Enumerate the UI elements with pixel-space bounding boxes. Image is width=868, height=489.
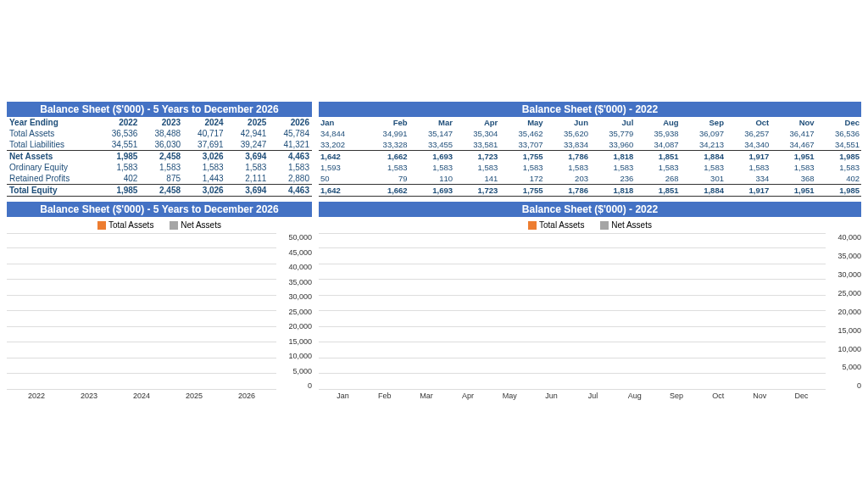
- row-label: Retained Profits: [7, 173, 97, 185]
- cell: 875: [140, 173, 183, 185]
- cell: 1,593: [319, 162, 364, 173]
- cell: 33,581: [454, 139, 499, 151]
- left-chart-title: Balance Sheet ($'000) - 5 Years to Decem…: [7, 202, 312, 217]
- x-tick: Jan: [322, 392, 364, 400]
- y-tick: 25,000: [280, 308, 312, 316]
- legend-swatch-orange: [97, 221, 106, 230]
- x-tick: Aug: [614, 392, 655, 400]
- cell: 36,257: [726, 128, 771, 139]
- year-col: 2023: [140, 117, 183, 128]
- x-tick: 2022: [10, 392, 63, 400]
- table-row: Net Assets1,9852,4583,0263,6944,463: [7, 151, 312, 163]
- cell: 1,583: [409, 162, 454, 173]
- cell: 1,583: [97, 162, 141, 173]
- cell: 41,321: [269, 139, 312, 151]
- x-tick: Mar: [405, 392, 447, 400]
- table-row: Retained Profits4028751,4432,1112,880: [7, 173, 312, 185]
- x-tick: Feb: [364, 392, 405, 400]
- cell: 4,463: [269, 151, 312, 163]
- cell: 35,304: [454, 128, 499, 139]
- cell: 1,583: [499, 162, 544, 173]
- y-tick: 0: [280, 381, 312, 390]
- cell: 1,723: [454, 185, 499, 197]
- x-tick: Jun: [531, 392, 572, 400]
- cell: 2,458: [140, 151, 183, 163]
- table-row: 34,84434,99135,14735,30435,46235,62035,7…: [319, 128, 861, 139]
- y-tick: 20,000: [280, 322, 312, 331]
- table-row: 5079110141172203236268301334368402: [319, 173, 861, 185]
- cell: 34,213: [681, 139, 726, 151]
- cell: 1,851: [635, 151, 680, 163]
- month-col: Jul: [590, 117, 635, 128]
- cell: 34,991: [364, 128, 409, 139]
- cell: 1,786: [545, 185, 590, 197]
- right-chart: 05,00010,00015,00020,00025,00030,00035,0…: [319, 233, 861, 390]
- y-tick: 10,000: [280, 352, 312, 360]
- y-tick: 15,000: [280, 337, 312, 346]
- cell: 1,985: [816, 185, 861, 197]
- cell: 301: [681, 173, 726, 185]
- cell: 40,717: [183, 128, 226, 139]
- cell: 42,941: [226, 128, 270, 139]
- cell: 1,985: [97, 185, 141, 197]
- y-tick: 35,000: [280, 278, 312, 286]
- month-col: Nov: [771, 117, 815, 128]
- cell: 34,551: [816, 139, 861, 151]
- cell: 33,202: [319, 139, 364, 151]
- left-table: Year Ending20222023202420252026 Total As…: [7, 117, 312, 197]
- cell: 1,583: [681, 162, 726, 173]
- month-col: Dec: [816, 117, 861, 128]
- cell: 1,583: [226, 162, 270, 173]
- y-tick: 40,000: [280, 263, 312, 271]
- right-table-title: Balance Sheet ($'000) - 2022: [319, 102, 861, 117]
- year-col: 2026: [269, 117, 312, 128]
- y-tick: 40,000: [829, 233, 861, 242]
- cell: 35,779: [590, 128, 635, 139]
- year-col: 2025: [226, 117, 270, 128]
- year-col: 2022: [97, 117, 141, 128]
- month-col: Oct: [726, 117, 771, 128]
- cell: 1,662: [364, 151, 409, 163]
- cell: 1,583: [183, 162, 226, 173]
- year-col: 2024: [183, 117, 226, 128]
- cell: 4,463: [269, 185, 312, 197]
- year-ending-header: Year Ending: [7, 117, 97, 128]
- row-label: Net Assets: [7, 151, 97, 163]
- cell: 1,583: [816, 162, 861, 173]
- cell: 50: [319, 173, 364, 185]
- cell: 1,583: [545, 162, 590, 173]
- table-row: Ordinary Equity1,5831,5831,5831,5831,583: [7, 162, 312, 173]
- cell: 368: [771, 173, 815, 185]
- cell: 1,818: [590, 151, 635, 163]
- y-tick: 5,000: [829, 363, 861, 371]
- x-tick: May: [489, 392, 531, 400]
- cell: 34,087: [635, 139, 680, 151]
- cell: 1,884: [681, 185, 726, 197]
- cell: 3,026: [183, 151, 226, 163]
- left-legend: Total Assets Net Assets: [7, 217, 312, 233]
- y-tick: 50,000: [280, 233, 312, 242]
- cell: 1,723: [454, 151, 499, 163]
- month-col: Jun: [545, 117, 590, 128]
- x-tick: 2025: [168, 392, 220, 400]
- cell: 1,818: [590, 185, 635, 197]
- cell: 1,583: [454, 162, 499, 173]
- right-chart-title: Balance Sheet ($'000) - 2022: [319, 202, 861, 217]
- x-tick: Nov: [739, 392, 781, 400]
- x-tick: Apr: [448, 392, 489, 400]
- y-tick: 0: [829, 381, 861, 390]
- cell: 38,488: [140, 128, 183, 139]
- left-chart: 05,00010,00015,00020,00025,00030,00035,0…: [7, 233, 312, 390]
- cell: 402: [97, 173, 141, 185]
- month-col: Apr: [454, 117, 499, 128]
- row-label: Total Assets: [7, 128, 97, 139]
- month-col: May: [499, 117, 544, 128]
- cell: 1,583: [140, 162, 183, 173]
- legend-label-net-assets: Net Assets: [181, 220, 221, 230]
- cell: 36,097: [681, 128, 726, 139]
- row-label: Total Liabilities: [7, 139, 97, 151]
- legend-label-net-assets: Net Assets: [611, 220, 652, 230]
- cell: 1,951: [771, 185, 815, 197]
- cell: 3,694: [226, 151, 270, 163]
- legend-swatch-gray: [170, 221, 178, 230]
